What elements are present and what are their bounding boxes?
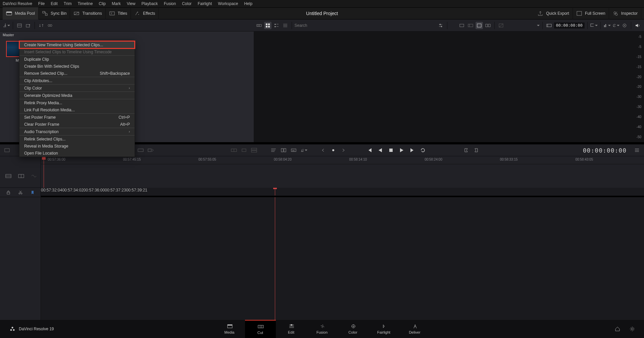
mute-icon[interactable] [634, 22, 641, 29]
upper-track-lane[interactable] [41, 164, 644, 188]
menu-timeline[interactable]: Timeline [78, 1, 93, 6]
ruler-lower[interactable]: 00:57:32:0400:57:34:0200:57:36:0000:57:3… [41, 188, 644, 197]
context-menu-item[interactable]: Audio Transcription› [19, 128, 135, 135]
viewer-timecode[interactable]: 00:00:00:00 [554, 22, 585, 29]
transitions-button[interactable]: Transitions [70, 7, 105, 19]
viewer-zoom-dropdown[interactable] [506, 25, 540, 26]
play-icon[interactable] [398, 147, 405, 154]
tools-smooth-cut-icon[interactable]: sc [290, 147, 297, 154]
context-menu-item[interactable]: Relink Selected Clips... [19, 135, 135, 143]
sync-bin-button[interactable]: Sync Bin [39, 7, 70, 19]
mark-out-icon[interactable] [473, 147, 480, 154]
track-toggle-1-icon[interactable] [5, 172, 12, 180]
track-audio-icon[interactable] [30, 172, 38, 180]
append-icon[interactable] [147, 147, 154, 154]
media-pool-button[interactable]: Media Pool [3, 7, 39, 19]
jog-prev-icon[interactable] [319, 147, 327, 154]
page-tab-deliver[interactable]: Deliver [399, 320, 430, 338]
menu-davinci[interactable]: DaVinci Resolve [3, 1, 32, 6]
page-tab-fusion[interactable]: Fusion [307, 320, 338, 338]
thumbnail-view-icon[interactable] [264, 22, 271, 29]
audio-meter-dropdown[interactable] [603, 22, 611, 29]
metadata-view-icon[interactable] [282, 22, 289, 29]
bin-path[interactable]: Master [0, 32, 254, 39]
viewer-panel[interactable]: -5 -5 -15 -15 -20 -20 -30 -30 -40 -40 -5… [254, 32, 644, 142]
context-menu-item[interactable]: Clear Poster FrameAlt+P [19, 121, 135, 128]
source-tape-icon[interactable] [467, 22, 474, 29]
effects-button[interactable]: Effects [131, 7, 159, 19]
search-options-icon[interactable] [437, 22, 444, 29]
menu-color[interactable]: Color [182, 1, 192, 6]
project-settings-icon[interactable] [629, 325, 636, 333]
context-menu-item[interactable]: Create New Timeline Using Selected Clips… [19, 41, 135, 48]
menu-trim[interactable]: Trim [64, 1, 72, 6]
menu-edit[interactable]: Edit [51, 1, 58, 6]
tools-dissolve-icon[interactable] [270, 147, 277, 154]
bypass-fusion-icon[interactable] [621, 22, 628, 29]
go-end-icon[interactable] [409, 147, 416, 154]
new-bin-icon[interactable] [24, 22, 32, 29]
loop-icon[interactable] [419, 147, 427, 154]
lock-icon[interactable] [5, 189, 12, 196]
single-viewer-icon[interactable] [476, 22, 483, 29]
mark-in-icon[interactable] [462, 147, 470, 154]
context-menu-item[interactable]: Clip Color› [19, 84, 135, 92]
place-on-top-icon[interactable] [250, 147, 258, 154]
upper-timeline-ruler[interactable]: 00:57:36:0000:57:45:1500:57:55:0500:58:0… [41, 156, 644, 164]
context-menu-item[interactable]: Reveal in Media Storage [19, 143, 135, 150]
page-tab-cut[interactable]: Cut [245, 320, 276, 338]
menu-fusion[interactable]: Fusion [164, 1, 176, 6]
menu-fairlight[interactable]: Fairlight [198, 1, 212, 6]
page-tab-edit[interactable]: Edit [276, 320, 307, 338]
smart-insert-icon[interactable] [137, 147, 144, 154]
search-input[interactable] [295, 23, 436, 28]
ripple-overwrite-icon[interactable] [230, 147, 238, 154]
quick-export-button[interactable]: Quick Export [534, 7, 573, 19]
jog-next-icon[interactable] [340, 147, 347, 154]
menu-clip[interactable]: Clip [99, 1, 106, 6]
play-reverse-icon[interactable] [377, 147, 384, 154]
page-tab-color[interactable]: Color [338, 320, 368, 338]
menu-workspace[interactable]: Workspace [218, 1, 238, 6]
menu-help[interactable]: Help [244, 1, 252, 6]
bin-list-icon[interactable] [16, 22, 23, 29]
timeline-options-icon[interactable] [633, 148, 641, 153]
menu-mark[interactable]: Mark [112, 1, 121, 6]
sort-icon[interactable] [38, 22, 45, 29]
inspector-button[interactable]: Inspector [609, 7, 641, 19]
context-menu-item[interactable]: Remove Selected Clip...Shift+Backspace [19, 70, 135, 77]
full-screen-button[interactable]: Full Screen [573, 7, 609, 19]
context-menu-item[interactable]: Duplicate Clip [19, 56, 135, 63]
context-menu-item[interactable]: Link Full Resolution Media... [19, 106, 135, 113]
context-menu-item[interactable]: Create Bin With Selected Clips [19, 63, 135, 70]
search-field[interactable] [295, 23, 436, 28]
strip-view-icon[interactable] [255, 22, 263, 29]
safe-area-icon[interactable] [497, 22, 505, 29]
menu-view[interactable]: View [127, 1, 136, 6]
page-tab-media[interactable]: Media [214, 320, 245, 338]
home-icon[interactable] [614, 325, 621, 333]
timeline-record-icon[interactable] [3, 147, 11, 154]
page-tab-fairlight[interactable]: Fairlight [368, 320, 399, 338]
monitor-dropdown[interactable] [590, 22, 598, 29]
import-dropdown[interactable] [3, 22, 10, 29]
context-menu-item[interactable]: Relink Proxy Media... [19, 99, 135, 106]
context-menu-item[interactable]: Clip Attributes... [19, 77, 135, 84]
menu-playback[interactable]: Playback [141, 1, 158, 6]
list-view-icon[interactable] [273, 22, 280, 29]
go-start-icon[interactable] [366, 147, 373, 154]
tools-cut-icon[interactable] [280, 147, 287, 154]
resolve-fx-icon[interactable] [46, 22, 54, 29]
close-up-icon[interactable] [240, 147, 248, 154]
lower-track-lane[interactable] [41, 197, 644, 320]
marker-icon[interactable] [29, 189, 36, 196]
context-menu-item[interactable]: Open File Location [19, 150, 135, 157]
bypass-dropdown[interactable] [612, 22, 620, 29]
boring-detector-icon[interactable] [458, 22, 465, 29]
context-menu-item[interactable]: Generate Optimized Media [19, 92, 135, 99]
track-toggle-2-icon[interactable] [17, 172, 25, 180]
razor-icon[interactable] [17, 189, 24, 196]
dual-viewer-icon[interactable] [484, 22, 492, 29]
timeline-timecode[interactable]: 00:00:00:00 [583, 147, 631, 154]
context-menu-item[interactable]: Set Poster FrameCtrl+P [19, 114, 135, 121]
